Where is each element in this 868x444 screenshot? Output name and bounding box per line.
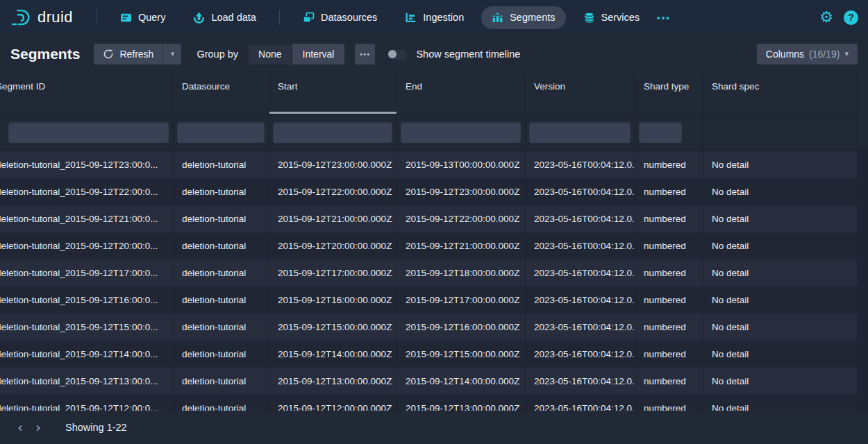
filter-input-version[interactable] — [529, 122, 631, 143]
filter-cell-segment-id — [0, 114, 174, 151]
cell-shard-spec: No detail — [703, 287, 858, 314]
cell-segment-id: deletion-tutorial_2015-09-12T12:00:0... — [0, 395, 174, 411]
next-page-button[interactable]: › — [29, 418, 47, 436]
cell-datasource: deletion-tutorial — [174, 205, 269, 232]
cell-shard-type: numbered — [635, 368, 703, 395]
cell-version: 2023-05-16T00:04:12.0... — [526, 368, 635, 395]
column-header-datasource[interactable]: Datasource — [174, 73, 269, 114]
cell-version: 2023-05-16T00:04:12.0... — [526, 314, 635, 341]
cell-version: 2023-05-16T00:04:12.0... — [526, 287, 635, 314]
gear-icon[interactable]: ⚙ — [819, 10, 833, 25]
filter-cell-version — [526, 114, 635, 151]
ingestion-icon — [405, 12, 417, 24]
cell-datasource: deletion-tutorial — [174, 314, 269, 341]
table-row: deletion-tutorial_2015-09-12T14:00:0...d… — [0, 341, 858, 368]
table-header-row: Segment IDDatasourceStartEndVersionShard… — [0, 73, 858, 114]
nav-item-ingestion[interactable]: Ingestion — [394, 6, 474, 29]
column-header-start[interactable]: Start — [269, 73, 397, 114]
cell-shard-type: numbered — [635, 178, 703, 205]
column-header-shard-type[interactable]: Shard type — [635, 73, 703, 114]
cell-datasource: deletion-tutorial — [174, 232, 269, 259]
nav-right: ⚙ ? — [819, 10, 858, 25]
cell-shard-spec: No detail — [703, 205, 858, 232]
refresh-button[interactable]: Refresh — [94, 44, 162, 65]
column-header-label: Start — [278, 81, 298, 92]
caret-down-icon: ▾ — [844, 49, 849, 58]
cell-shard-spec: No detail — [703, 259, 858, 287]
druid-logo-icon — [10, 8, 32, 27]
column-header-label: End — [406, 81, 422, 92]
group-by-interval-button[interactable]: Interval — [292, 44, 345, 65]
filter-input-datasource[interactable] — [177, 122, 265, 143]
group-by-button-group: None Interval — [248, 44, 344, 65]
filter-cell-end — [397, 114, 526, 151]
nav-item-services[interactable]: Services — [573, 6, 651, 29]
column-header-end[interactable]: End — [397, 73, 526, 114]
cell-shard-spec: No detail — [703, 341, 858, 368]
filter-input-start[interactable] — [273, 122, 392, 143]
cell-start: 2015-09-12T21:00:00.000Z — [269, 205, 397, 232]
nav-item-label: Ingestion — [423, 12, 464, 23]
toolbar: Segments Refresh ▾ Group by None Interva… — [0, 35, 868, 73]
filter-cell-datasource — [174, 114, 269, 151]
datasources-icon — [303, 12, 315, 24]
cell-datasource: deletion-tutorial — [174, 395, 269, 411]
filter-cell-start — [269, 114, 397, 151]
help-icon[interactable]: ? — [844, 10, 858, 25]
page-title: Segments — [10, 46, 80, 62]
cell-shard-type: numbered — [635, 287, 703, 314]
nav-item-load-data[interactable]: Load data — [183, 6, 267, 29]
cell-start: 2015-09-12T14:00:00.000Z — [269, 341, 397, 368]
filter-input-segment-id[interactable] — [8, 122, 169, 143]
cell-start: 2015-09-12T15:00:00.000Z — [269, 314, 397, 341]
column-header-label: Version — [534, 81, 565, 92]
cell-version: 2023-05-16T00:04:12.0... — [526, 151, 635, 178]
filter-input-shard-type[interactable] — [639, 122, 682, 143]
group-by-none-button[interactable]: None — [248, 44, 292, 65]
segment-timeline-toggle[interactable] — [387, 49, 408, 60]
table-row: deletion-tutorial_2015-09-12T21:00:0...d… — [0, 205, 858, 232]
cell-end: 2015-09-12T17:00:00.000Z — [397, 287, 526, 314]
table-row: deletion-tutorial_2015-09-12T20:00:0...d… — [0, 232, 858, 259]
cell-segment-id: deletion-tutorial_2015-09-12T14:00:0... — [0, 341, 174, 368]
cell-datasource: deletion-tutorial — [174, 368, 269, 395]
caret-down-icon: ▾ — [171, 49, 175, 58]
nav-item-label: Datasources — [321, 12, 377, 23]
column-header-version[interactable]: Version — [526, 73, 635, 114]
segment-timeline-toggle-label: Show segment timeline — [416, 49, 520, 60]
table-filter-row — [0, 114, 868, 151]
cell-segment-id: deletion-tutorial_2015-09-12T17:00:0... — [0, 259, 174, 287]
refresh-caret-button[interactable]: ▾ — [162, 44, 181, 65]
cell-shard-spec: No detail — [703, 395, 858, 411]
group-by-label: Group by — [197, 49, 238, 60]
column-header-shard-spec[interactable]: Shard spec — [703, 73, 858, 114]
cell-datasource: deletion-tutorial — [174, 287, 269, 314]
cell-shard-type: numbered — [635, 232, 703, 259]
toggle-knob — [388, 50, 397, 58]
nav-more-button[interactable]: ••• — [650, 7, 678, 28]
cell-start: 2015-09-12T17:00:00.000Z — [269, 259, 397, 287]
table-row: deletion-tutorial_2015-09-12T16:00:0...d… — [0, 287, 858, 314]
query-icon — [120, 12, 132, 24]
brand[interactable]: druid — [10, 8, 73, 27]
column-header-label: Shard type — [644, 81, 689, 92]
columns-button[interactable]: Columns (16/19) ▾ — [757, 44, 858, 65]
nav-item-segments[interactable]: Segments — [481, 6, 565, 29]
top-nav: druid Query Load data Datasources — [0, 0, 868, 35]
cell-datasource: deletion-tutorial — [174, 341, 269, 368]
cell-end: 2015-09-12T22:00:00.000Z — [397, 205, 526, 232]
cell-start: 2015-09-12T23:00:00.000Z — [269, 151, 397, 178]
nav-item-query[interactable]: Query — [110, 6, 176, 29]
cell-end: 2015-09-12T13:00:00.000Z — [397, 395, 526, 411]
filter-input-end[interactable] — [401, 122, 521, 143]
showing-count: Showing 1-22 — [65, 422, 127, 433]
cell-shard-type: numbered — [635, 259, 703, 287]
cell-start: 2015-09-12T16:00:00.000Z — [269, 287, 397, 314]
services-icon — [583, 12, 595, 24]
refresh-icon — [103, 49, 114, 60]
toolbar-more-button[interactable]: ••• — [355, 44, 375, 65]
previous-page-button[interactable]: ‹ — [11, 418, 29, 436]
column-header-segment-id[interactable]: Segment ID — [0, 73, 174, 114]
nav-item-datasources[interactable]: Datasources — [292, 6, 387, 29]
cell-shard-spec: No detail — [703, 151, 858, 178]
